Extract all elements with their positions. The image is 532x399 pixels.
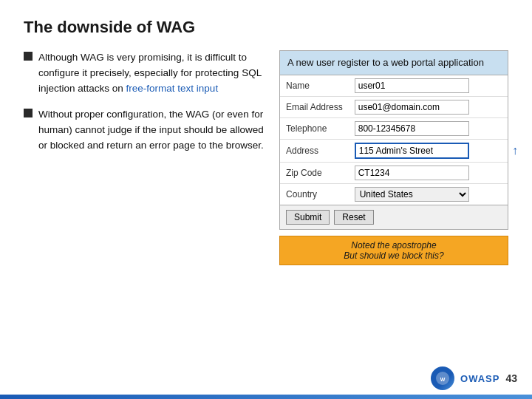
label-address: Address xyxy=(280,139,349,162)
label-telephone: Telephone xyxy=(280,117,349,139)
form-row-zipcode: Zip Code xyxy=(280,162,508,183)
page-number: 43 xyxy=(505,372,517,384)
form-buttons: Submit Reset xyxy=(280,205,508,229)
field-telephone-cell xyxy=(349,117,508,139)
bullet-text-2: Without proper configuration, the WAG (o… xyxy=(38,107,265,154)
left-column: Although WAG is very promising, it is di… xyxy=(24,50,265,164)
reset-button[interactable]: Reset xyxy=(334,210,373,225)
form-table: Name Email Address Telepho xyxy=(280,75,508,205)
bullet-square-2 xyxy=(24,109,33,117)
bullet-item-1: Although WAG is very promising, it is di… xyxy=(24,50,265,97)
field-zipcode-cell xyxy=(349,162,508,183)
owasp-logo-icon: W xyxy=(435,371,450,386)
field-country-cell: United States Canada United Kingdom xyxy=(349,183,508,205)
right-column: A new user register to a web portal appl… xyxy=(279,50,508,265)
field-address-cell: ↑ xyxy=(349,139,508,162)
label-name: Name xyxy=(280,75,349,97)
form-container: A new user register to a web portal appl… xyxy=(279,50,508,230)
input-name[interactable] xyxy=(355,78,469,93)
form-row-email: Email Address xyxy=(280,96,508,117)
svg-text:W: W xyxy=(440,377,446,382)
label-email: Email Address xyxy=(280,96,349,117)
bottom-bar xyxy=(0,395,532,399)
field-email-cell xyxy=(349,96,508,117)
field-name-cell xyxy=(349,75,508,97)
input-address[interactable] xyxy=(355,143,469,159)
note-box: Noted the apostropheBut should we block … xyxy=(279,236,508,265)
owasp-logo: W xyxy=(431,366,454,390)
input-telephone[interactable] xyxy=(355,121,469,136)
arrow-annotation: ↑ xyxy=(512,144,518,157)
slide-title: The downside of WAG xyxy=(24,18,508,37)
slide: The downside of WAG Although WAG is very… xyxy=(0,0,532,399)
bullet-item-2: Without proper configuration, the WAG (o… xyxy=(24,107,265,154)
bullet-text-1: Although WAG is very promising, it is di… xyxy=(38,50,265,97)
input-email[interactable] xyxy=(355,100,469,115)
label-country: Country xyxy=(280,183,349,205)
form-row-telephone: Telephone xyxy=(280,117,508,139)
submit-button[interactable]: Submit xyxy=(286,210,330,225)
label-zipcode: Zip Code xyxy=(280,162,349,183)
form-row-address: Address ↑ xyxy=(280,139,508,162)
form-row-name: Name xyxy=(280,75,508,97)
brand-label: OWASP xyxy=(460,373,499,384)
free-format-link[interactable]: free-format text input xyxy=(126,83,219,94)
footer: W OWASP 43 xyxy=(431,366,517,390)
content-area: Although WAG is very promising, it is di… xyxy=(24,50,508,265)
form-header: A new user register to a web portal appl… xyxy=(280,51,508,75)
select-country[interactable]: United States Canada United Kingdom xyxy=(355,187,469,202)
form-row-country: Country United States Canada United King… xyxy=(280,183,508,205)
bullet-square-1 xyxy=(24,52,33,61)
input-zipcode[interactable] xyxy=(355,166,469,180)
